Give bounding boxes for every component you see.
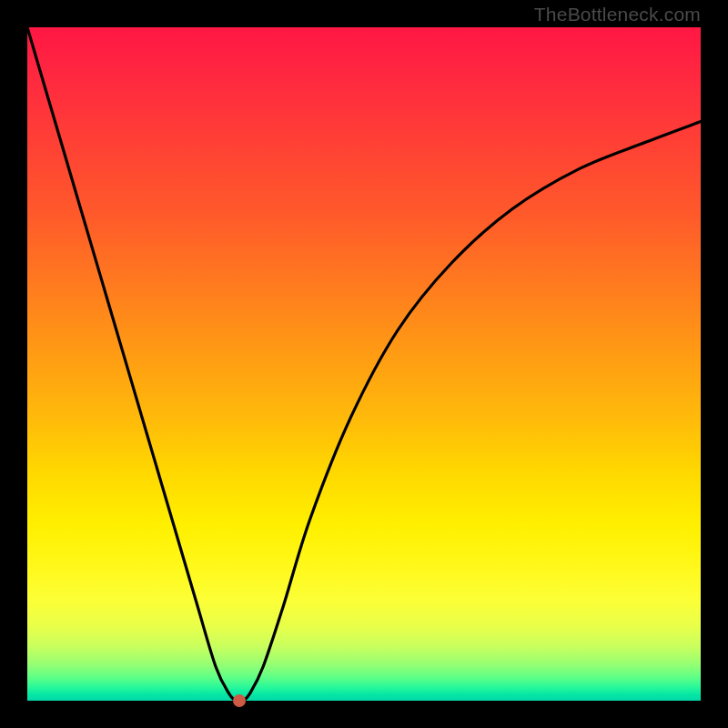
- plot-background-gradient: [27, 27, 701, 701]
- watermark-text: TheBottleneck.com: [534, 4, 701, 25]
- minimum-marker-dot: [233, 694, 246, 707]
- chart-frame: TheBottleneck.com: [0, 0, 728, 728]
